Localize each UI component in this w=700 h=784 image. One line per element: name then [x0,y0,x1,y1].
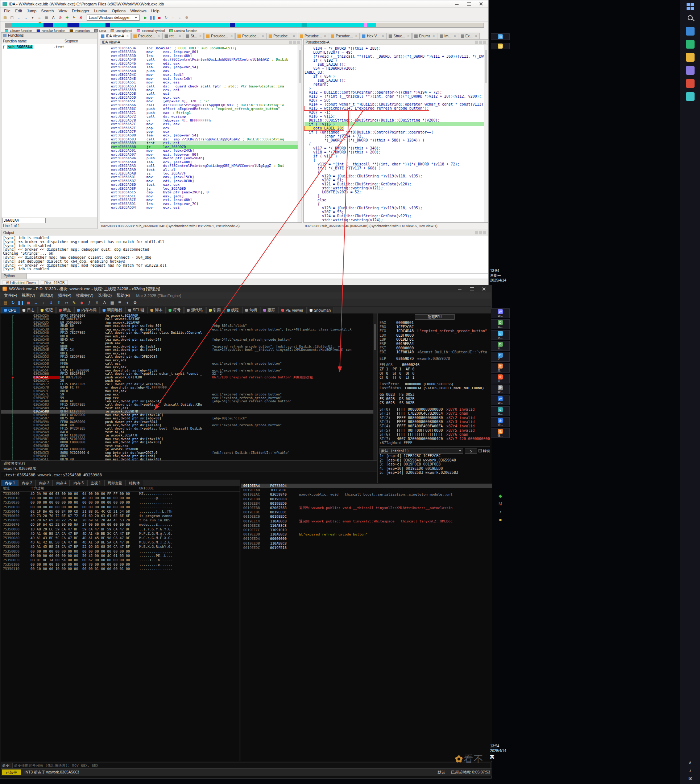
dump-row[interactable]: 753500706D 6F 64 65 2E 0D 0D 0A 24 00 00… [1,522,240,527]
register-row[interactable]: ECX1CDC4D48L"expired_refresh_qrcode_butt… [380,329,490,333]
dock-app-button[interactable]: 企 企... [491,417,510,427]
disassembly-row[interactable]: │ 0365A5A9 84C0 test al,al [1,431,377,434]
disassembly-row[interactable]: │ 0365A5A0 8D4E 48 lea ecx,dword ptr ds:… [1,424,377,427]
pinned-app-icon[interactable] [686,66,695,75]
pseudocode-line[interactable]: v207 = 50; [305,98,487,102]
disassembly-line[interactable]: ext:0365A589test esi, esi [111,141,301,145]
view-tab[interactable]: IDA View-A [99,33,131,39]
disassembly-view-titlebar[interactable]: IDA View-A [100,40,302,45]
disassembly-row[interactable]: │ 0365A54B 50 push eax [1,342,377,345]
disassembly-row[interactable]: ┌ 0365A52A 0F84 3F0A0000 je wxwork.365AF… [1,314,377,318]
debugger-tab[interactable]: 引用 [206,307,224,313]
disassembly-row[interactable]: │ 0365A578 834D FC FF or dword ptr ss:[e… [1,386,377,389]
view-tab[interactable]: Pseudoc... [329,33,360,39]
disassembly-line[interactable]: ext:0365A58Bjz loc_3659D7D [111,145,301,149]
disassembly-row[interactable]: │ 0365A589 85F6 test esi,esi [1,407,377,410]
disassembly-row[interactable]: │ 0365A53A 8B4D 80 mov ecx,dword ptr ss:… [1,324,377,328]
register-row[interactable]: ESI00000000 [380,346,490,351]
view-tab[interactable]: Struc... [387,33,412,39]
menu-item[interactable]: 收藏夹(V) [74,293,96,299]
taskbar-clock[interactable]: 13:54 星期一 2025/4/14 [490,269,511,283]
scrollbar[interactable] [298,45,302,222]
debugger-tab[interactable]: 符号 [166,307,184,313]
dock-app-button[interactable]: ◳ [491,43,510,49]
disassembly-line[interactable]: ext:0365A597mov esi, [ebp+var_80] [111,153,301,156]
toolbar-button-icon[interactable]: ▶ [142,15,148,21]
pseudocode-line[interactable]: v184 = *(_DWORD *)(this + 288); [305,47,487,50]
stack-row[interactable]: 0019EEA4F67730D4 [241,484,492,488]
stack-argument-row[interactable]: 1: [esp+4] 1CEE2CBC 1CEE2CBC [380,454,490,458]
stack-row[interactable]: 0019EEBC0019EEDC [241,510,492,515]
pseudocode-line[interactable]: if ( v117 ) [305,154,487,158]
pseudocode-line[interactable]: if ( (unsigned __int8)DuiLib::ControlPoi… [305,130,487,134]
dump-row[interactable]: 753500801D AB 29 EC 59 CA 47 BF 59 CA 47… [1,527,240,532]
toolbar-button-icon[interactable]: ▦ [43,15,50,21]
debugger-tab[interactable]: SEH链 [126,307,148,313]
view-tab[interactable]: Pseudoc... [131,33,162,39]
disassembly-row[interactable]: │ 0365A5B1 8B83 5C010000 mov eax,dword p… [1,438,377,441]
dump-row[interactable]: 7535011000 10 00 00 10 00 00 00 06 00 01… [1,567,240,571]
close-icon[interactable] [475,1,486,7]
disassembly-line[interactable]: ext:0365A57Fpop ecx [111,130,301,134]
flags-row[interactable]: CF 0 TF 0 IF 1 [380,376,490,380]
disassembly-row[interactable]: │ 0365A55F C745 FC 3200000 mov dword ptr… [1,369,377,372]
flags-row[interactable]: OF 0 SF 0 DF 0 [380,371,490,376]
disassembly-line[interactable]: ext:0365A54Bpush eax [111,69,301,73]
debugger-tab[interactable]: 线程 [224,307,242,313]
register-row[interactable]: EDI1CF081A0<&const DuiLib::CButtonUI::`v… [380,350,490,354]
dock-app-button[interactable]: D D... [491,319,510,329]
pinned-app-icon[interactable] [686,53,695,62]
dump-row[interactable]: 7535010000 00 00 00 10 00 00 00 00 70 00… [1,562,240,567]
view-tab[interactable]: Pseudoc... [235,33,266,39]
disassembly-line[interactable]: ext:0365A57Cmov esi, eax [111,122,301,126]
pseudocode-line[interactable]: if ( !v116 ) [305,122,487,126]
menu-item[interactable]: Windows [128,8,148,13]
disassembly-row[interactable]: │ 0365A55B FFD6 call esi ecx:L"expired_r… [1,362,377,365]
disassembly-row[interactable]: │ 0365A553 FF15 C859FE05 call dword ptr … [1,355,377,358]
disassembly-row[interactable]: │ 0365A57C 8BF0 mov esi,eax [1,389,377,393]
dock-app-button[interactable]: W W... [491,308,510,318]
dump-row[interactable]: 75350010B8 00 00 00 00 00 00 00 40 00 00… [1,496,240,500]
pseudocode-line[interactable]: v119 = *(int (__thiscall **)(int, char *… [305,162,487,166]
pinned-app-icon[interactable] [686,79,695,88]
pseudocode-line[interactable]: { [305,202,487,206]
disassembly-row[interactable]: │ 0365A551 8BCE mov ecx,esi [1,352,377,355]
disassembly-row[interactable]: │ 0365A546 8BF8 mov edi,eax [1,335,377,338]
dock-app-button[interactable]: 管 管... [491,384,510,395]
stack-row[interactable]: 0019EEAC03659840wxwork.public: void __th… [241,492,492,496]
stack-row[interactable]: 0019EEC00019EEDC [241,515,492,519]
disassembly-row[interactable]: │ 0365A57F 59 pop ecx ecx:L"expired_refr… [1,396,377,400]
toolbar-button-icon[interactable]: ⚑ [71,15,77,21]
memory-tab[interactable]: 局部变量 [104,480,125,486]
disassembly-row[interactable]: │ 0365A5A3 FF15 942DFE05 call dword ptr … [1,427,377,430]
debugger-tab[interactable]: 断点 [56,307,74,313]
memory-tab[interactable]: 内存 1 [2,480,18,486]
disassembly-row[interactable]: │ 0365A559 8BCF mov ecx,edi [1,359,377,362]
stack-row[interactable]: 0019EEDC0019FE18 [241,546,492,550]
output-titlebar[interactable]: Output [2,230,488,236]
maximize-icon[interactable] [463,1,474,7]
disassembly-line[interactable]: ext:0365A59Apush dword ptr [eax+504h] [111,156,301,160]
arg-count-spinner[interactable]: 5 [465,448,477,454]
menu-item[interactable]: 调试(D) [38,293,55,299]
pseudocode-line[interactable]: (char *)v194 + 72, [305,134,487,138]
disassembly-line[interactable]: ext:0365A54Emov esi, [ecx+14h] [111,77,301,80]
disassembly-row[interactable]: │ 0365A540 FF15 7827FE05 call dword ptr … [1,331,377,334]
pseudocode-line[interactable]: return; [305,82,487,86]
stack-argument-row[interactable]: 2: [esp+8] 03659840 wxwork.03659840 [380,458,490,463]
debugger-tab[interactable]: CPU [2,307,20,313]
toolbar-button-icon[interactable]: ◼ [156,15,162,21]
menu-item[interactable]: Search [39,8,56,13]
dock-app-button[interactable]: 火 火... [491,374,510,383]
pseudocode-line[interactable]: sub_5A316F(); [305,62,487,66]
scrollbar[interactable] [484,45,488,222]
disassembly-line[interactable]: ext:0365A5BDtest eax, eax [111,183,301,187]
disassembly-row[interactable]: │ 0365A571 50 push eax [1,379,377,383]
pseudocode-titlebar[interactable]: Pseudocode-A [304,40,488,45]
toolbar-button-icon[interactable]: ▾ [29,15,36,21]
fpu-register-row[interactable]: ST(6)FFFF FFFFFFFFFFFFFFFFx87r6 qnan [380,433,490,437]
toolbar-button-icon[interactable]: ⌂ [36,15,43,21]
stack-row[interactable]: 0019EED8110AB8C8 [241,541,492,546]
navigation-band[interactable] [5,23,484,28]
disassembly-line[interactable]: ext:0365A5A9test al, al [111,168,301,172]
